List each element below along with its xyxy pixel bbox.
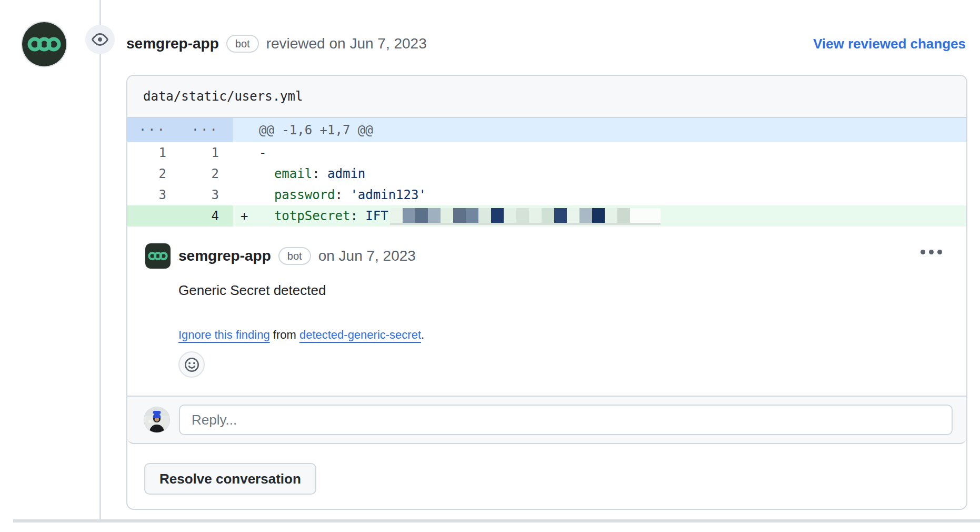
eye-icon (92, 31, 108, 48)
reply-section (127, 396, 966, 444)
hunk-expand-old[interactable]: ··· (127, 118, 180, 142)
comment-actions-line: Ignore this finding from detected-generi… (178, 328, 947, 342)
redaction-pixel-block (441, 208, 453, 223)
code-plain (259, 166, 274, 181)
code-value: IFT (358, 209, 388, 223)
code-colon: : (312, 166, 319, 181)
redaction-pixel-block (516, 208, 529, 223)
diff-line-3: 3 3 password: 'admin123' (127, 184, 966, 205)
redaction-pixel-block (617, 208, 630, 223)
code-colon: : (335, 188, 343, 202)
redaction-pixel-block (529, 208, 542, 223)
new-line-number: 4 (180, 205, 233, 226)
ignore-finding-link[interactable]: Ignore this finding (178, 328, 270, 341)
line-code: - (259, 142, 966, 163)
line-marker: + (233, 205, 259, 226)
old-line-number: 1 (127, 142, 180, 163)
timeline-bottom-divider (13, 519, 980, 523)
code-value: admin (320, 166, 366, 181)
code-colon: : (350, 209, 357, 223)
diff-line-2: 2 2 email: admin (127, 163, 966, 184)
diff-file-path[interactable]: data/static/users.yml (127, 76, 966, 118)
comment-date: on Jun 7, 2023 (318, 248, 416, 264)
hunk-header-text: @@ -1,6 +1,7 @@ (259, 118, 966, 142)
redaction-pixel-block (466, 208, 478, 223)
diff-line-1: 1 1 - (127, 142, 966, 163)
redaction-pixel-block (491, 208, 504, 223)
user-photo (144, 407, 169, 432)
redaction-pixel-block (403, 208, 415, 223)
resolve-conversation-button[interactable]: Resolve conversation (144, 463, 316, 495)
bot-badge: bot (278, 247, 311, 265)
code-plain: - (259, 145, 266, 160)
code-plain (259, 209, 274, 223)
comment-meta: semgrep-app bot on Jun 7, 2023 (178, 247, 416, 265)
review-meta-text: reviewed on Jun 7, 2023 (266, 35, 427, 52)
line-marker (233, 184, 259, 205)
redaction-pixel-block (579, 208, 592, 223)
redaction-pixel-block (605, 208, 617, 223)
hunk-marker-cell (233, 118, 259, 142)
new-line-number: 1 (180, 142, 233, 163)
from-text: from (270, 328, 299, 341)
kebab-icon (921, 250, 925, 254)
redaction-pixel-block (542, 208, 554, 223)
reply-input[interactable] (179, 405, 953, 435)
redaction-pixel-block (415, 208, 428, 223)
redaction-pixel-block (453, 208, 466, 223)
current-user-avatar[interactable] (144, 407, 169, 432)
redaction-pixel-block (504, 208, 516, 223)
line-marker (233, 142, 259, 163)
review-eye-badge (85, 25, 115, 54)
comment-author-name[interactable]: semgrep-app (178, 248, 271, 264)
code-key: totpSecret (274, 209, 351, 223)
redaction-pixel-block (567, 208, 579, 223)
code-key: email (274, 166, 312, 181)
diff-line-4-added: 4 + totpSecret: IFT (127, 205, 966, 226)
redaction-pixel-block (428, 208, 441, 223)
line-code: password: 'admin123' (259, 184, 966, 205)
kebab-icon (929, 250, 934, 254)
redaction-pixel-block (390, 208, 403, 223)
redaction-pixel-block (592, 208, 605, 223)
smiley-icon (184, 357, 200, 373)
comment-author-avatar[interactable] (145, 243, 171, 269)
bot-comment: semgrep-app bot on Jun 7, 2023 Generic S… (127, 226, 966, 396)
code-key: password (274, 188, 335, 202)
add-reaction-button[interactable] (178, 351, 205, 378)
new-line-number: 3 (180, 184, 233, 205)
review-headline: semgrep-app bot reviewed on Jun 7, 2023 (126, 26, 427, 61)
code-plain (259, 188, 274, 202)
timeline-line (99, 0, 101, 519)
comment-body-text: Generic Secret detected (178, 282, 947, 299)
comment-main: Generic Secret detected Ignore this find… (178, 282, 947, 378)
semgrep-logo-icon (27, 27, 61, 61)
view-reviewed-changes-link[interactable]: View reviewed changes (813, 26, 966, 61)
review-thread-card: data/static/users.yml ··· ··· @@ -1,6 +1… (126, 75, 967, 510)
redaction-pixel-block (478, 208, 491, 223)
redacted-secret (390, 208, 661, 225)
semgrep-logo-icon (148, 246, 168, 266)
diff-hunk-row: ··· ··· @@ -1,6 +1,7 @@ (127, 118, 966, 142)
hunk-expand-new[interactable]: ··· (180, 118, 233, 142)
comment-options-button[interactable] (916, 245, 946, 259)
kebab-icon (937, 250, 942, 254)
diff-table: ··· ··· @@ -1,6 +1,7 @@ 1 1 - 2 2 email:… (127, 118, 966, 226)
redaction-pixel-block (554, 208, 567, 223)
reviewer-avatar[interactable] (22, 22, 66, 66)
old-line-number: 2 (127, 163, 180, 184)
old-line-number: 3 (127, 184, 180, 205)
comment-header: semgrep-app bot on Jun 7, 2023 (145, 243, 947, 269)
rule-link[interactable]: detected-generic-secret (299, 328, 421, 341)
line-code: email: admin (259, 163, 966, 184)
card-footer: Resolve conversation (127, 444, 966, 509)
line-code: totpSecret: IFT (259, 205, 966, 226)
period-text: . (421, 328, 424, 341)
new-line-number: 2 (180, 163, 233, 184)
code-value: 'admin123' (343, 188, 426, 202)
reviewer-name[interactable]: semgrep-app (126, 35, 219, 52)
old-line-number (127, 205, 180, 226)
bot-badge: bot (226, 35, 259, 53)
line-marker (233, 163, 259, 184)
